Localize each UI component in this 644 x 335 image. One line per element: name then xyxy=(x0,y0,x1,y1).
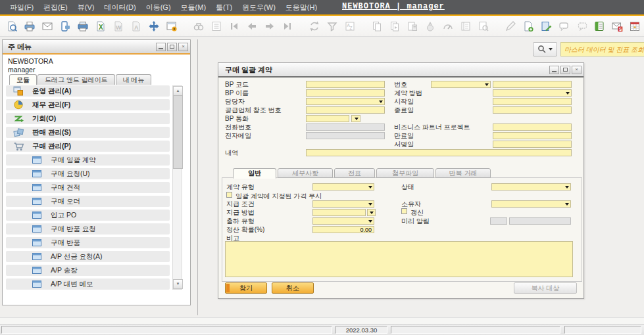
shipping-type-select[interactable] xyxy=(312,217,374,225)
tasks-icon[interactable] xyxy=(593,20,606,33)
close-button[interactable]: × xyxy=(572,66,582,74)
maximize-button[interactable] xyxy=(167,43,177,51)
menu-item-goods-return[interactable]: 구매 반품 xyxy=(6,237,170,248)
signing-date-field[interactable] xyxy=(493,141,572,148)
menu-item-purchase-request[interactable]: 구매 요청(U) xyxy=(6,168,170,179)
lock-screen-icon[interactable] xyxy=(165,20,178,33)
status-select[interactable] xyxy=(491,183,571,190)
minimize-button[interactable] xyxy=(156,43,166,51)
refresh-icon[interactable] xyxy=(308,20,321,33)
menu-item-purchase-order[interactable]: 구매 오더 xyxy=(6,196,170,207)
menu-item-purchasing[interactable]: 구매 관리(P) xyxy=(6,141,170,152)
mail-alert-icon[interactable]: S xyxy=(610,20,624,33)
description-field[interactable] xyxy=(306,149,572,156)
start-date-field[interactable] xyxy=(493,98,572,105)
export-pdf-icon[interactable]: A xyxy=(130,20,143,33)
form-titlebar[interactable]: 구매 일괄 계약 × xyxy=(218,63,583,78)
menu-item-administration[interactable]: 운영 관리(A) xyxy=(6,85,170,97)
panel-splitter[interactable] xyxy=(197,39,198,315)
search-button[interactable] xyxy=(533,42,557,56)
query-icon[interactable] xyxy=(477,20,490,33)
contact-person-select[interactable] xyxy=(306,98,385,105)
menu-modules[interactable]: 모듈(M) xyxy=(181,3,207,12)
number-field[interactable] xyxy=(493,81,572,88)
copy-icon[interactable] xyxy=(370,20,384,33)
next-record-icon[interactable] xyxy=(263,20,276,33)
bp-name-field[interactable] xyxy=(306,89,385,97)
menu-data[interactable]: 데이터(D) xyxy=(104,3,136,12)
journal-icon[interactable] xyxy=(459,20,472,33)
menu-file[interactable]: 파일(F) xyxy=(10,3,34,12)
find-button[interactable]: 찾기 xyxy=(225,282,267,294)
payment-terms-select[interactable] xyxy=(312,200,374,208)
fax-icon[interactable] xyxy=(76,20,89,33)
edit-icon[interactable] xyxy=(504,20,517,33)
email-icon[interactable] xyxy=(41,20,54,33)
payment-means-icon[interactable] xyxy=(406,20,419,33)
layout-designer-icon[interactable] xyxy=(147,20,161,33)
tab-drag-and-relate[interactable]: 드래그 앤드 릴레이트 xyxy=(37,74,115,85)
scroll-down-icon[interactable]: ▼ xyxy=(173,279,183,289)
new-document-icon[interactable] xyxy=(522,20,535,33)
menu-window[interactable]: 윈도우(W) xyxy=(242,3,276,12)
last-record-icon[interactable] xyxy=(281,20,294,33)
minimize-button[interactable] xyxy=(549,66,559,74)
scroll-thumb[interactable] xyxy=(173,95,183,169)
tab-details[interactable]: 세부사항 xyxy=(278,168,333,178)
menu-item-purchase-quotation[interactable]: 구매 견적 xyxy=(6,182,170,193)
checklist-icon[interactable] xyxy=(210,20,223,33)
preview-icon[interactable] xyxy=(5,20,18,33)
cancel-button[interactable]: 취소 xyxy=(272,282,314,294)
menu-help[interactable]: 도움말(H) xyxy=(285,3,317,12)
document-settings-icon[interactable] xyxy=(539,20,553,33)
settlement-probability-field[interactable] xyxy=(312,226,374,233)
search-input[interactable] xyxy=(560,42,644,56)
bp-project-field[interactable] xyxy=(493,123,572,131)
menu-tools[interactable]: 툴(T) xyxy=(216,3,232,12)
calendar-icon[interactable] xyxy=(628,20,641,33)
find-icon[interactable] xyxy=(192,20,205,33)
agreement-method-select[interactable] xyxy=(493,89,572,97)
ignore-prices-checkbox[interactable] xyxy=(226,192,232,198)
menu-item-purchase-blanket-agreement[interactable]: 구매 일괄 계약 xyxy=(6,154,170,166)
main-menu-titlebar[interactable]: 주 메뉴 × xyxy=(3,40,190,55)
menu-view[interactable]: 뷰(V) xyxy=(78,3,95,12)
owner-select[interactable] xyxy=(491,200,571,208)
menu-item-opportunities[interactable]: 기회(O) xyxy=(6,113,170,124)
remarks-textarea[interactable] xyxy=(225,241,573,277)
tab-attachments[interactable]: 첨부파일 xyxy=(376,168,434,178)
bp-code-field[interactable] xyxy=(306,81,385,88)
end-date-field[interactable] xyxy=(493,106,572,114)
menu-item-goods-return-request[interactable]: 구매 반품 요청 xyxy=(6,223,170,234)
agreement-type-select[interactable] xyxy=(312,183,374,190)
menu-item-ap-down-payment-request[interactable]: A/P 선금 요청(A) xyxy=(6,251,170,262)
print-icon[interactable] xyxy=(23,20,36,33)
bp-currency-field[interactable] xyxy=(306,115,349,122)
tab-general[interactable]: 일반 xyxy=(233,168,276,179)
first-record-icon[interactable] xyxy=(228,20,241,33)
tab-modules[interactable]: 모듈 xyxy=(9,74,37,85)
menu-scrollbar[interactable]: ▲ ▼ xyxy=(172,85,182,290)
menu-edit[interactable]: 편집(E) xyxy=(43,3,68,12)
sms-icon[interactable] xyxy=(59,20,72,33)
bp-currency-dropdown-button[interactable] xyxy=(351,115,360,122)
export-word-icon[interactable]: W xyxy=(112,20,125,33)
menu-goto[interactable]: 이동(G) xyxy=(146,3,171,12)
maximize-button[interactable] xyxy=(560,66,570,74)
menu-item-ap-invoice[interactable]: A/P 송장 xyxy=(6,265,170,276)
number-series-select[interactable] xyxy=(431,81,491,88)
comment-outline-icon[interactable] xyxy=(575,20,588,33)
renewal-checkbox[interactable] xyxy=(401,208,407,214)
export-excel-icon[interactable]: X xyxy=(94,20,107,33)
paste-icon[interactable] xyxy=(388,20,401,33)
supplier-ref-field[interactable] xyxy=(306,106,385,114)
money-icon[interactable] xyxy=(424,20,437,33)
close-button[interactable]: × xyxy=(178,43,188,51)
comment-icon[interactable] xyxy=(557,20,570,33)
menu-item-financials[interactable]: 재무 관리(F) xyxy=(6,99,170,110)
tab-documents[interactable]: 전표 xyxy=(334,168,375,178)
termination-date-field[interactable] xyxy=(493,132,572,139)
menu-item-ap-credit-memo[interactable]: A/P 대변 메모 xyxy=(6,279,170,290)
menu-item-goods-receipt-po[interactable]: 입고 PO xyxy=(6,210,170,221)
payment-method-field[interactable] xyxy=(312,209,366,216)
